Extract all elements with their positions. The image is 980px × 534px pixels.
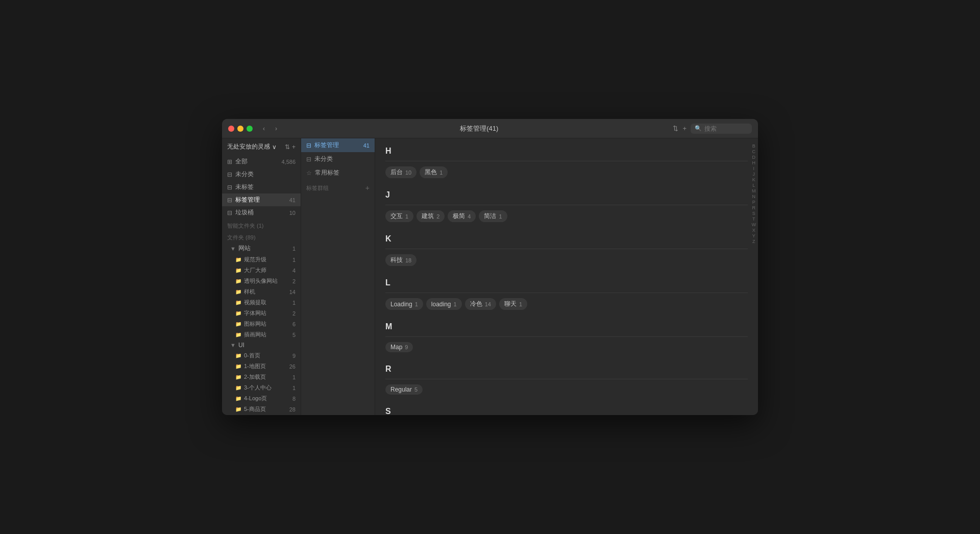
sidebar-child-shouye[interactable]: 📁 0-首页 9: [222, 350, 301, 361]
sidebar-child-yangji-count: 14: [289, 289, 296, 295]
tag-loading[interactable]: loading 1: [426, 298, 462, 310]
mid-panel-item-uncategorized[interactable]: ⊟ 未分类: [301, 152, 375, 166]
trash-icon: ⊟: [227, 209, 232, 216]
tag-section-L-tags: Loading 1 loading 1 冷色 14 聊天: [385, 298, 748, 310]
alpha-W[interactable]: W: [752, 222, 756, 227]
add-button[interactable]: +: [682, 125, 687, 132]
sidebar-child-dengluye[interactable]: 📁 6-登录页 1: [222, 415, 301, 415]
mid-panel-item-common[interactable]: ☆ 常用标签: [301, 166, 375, 180]
alpha-J[interactable]: J: [752, 172, 756, 177]
sidebar-folder-website[interactable]: ▼ 网站 1: [222, 242, 301, 254]
tag-Map[interactable]: Map 9: [385, 342, 413, 352]
tag-Loading[interactable]: Loading 1: [385, 298, 423, 310]
alpha-M[interactable]: M: [752, 188, 756, 193]
mid-panel-add-button[interactable]: +: [365, 184, 370, 192]
alpha-L[interactable]: L: [752, 183, 756, 188]
tag-section-J: J 交互 1 建筑 2 极简 4: [385, 190, 748, 222]
sidebar-child-guifan[interactable]: 📁 规范升级 1: [222, 254, 301, 265]
alpha-I[interactable]: I: [752, 166, 756, 171]
back-button[interactable]: ‹: [259, 124, 269, 134]
workspace-sort-button[interactable]: ⇅: [285, 143, 290, 151]
sidebar-count-tag-manage: 41: [289, 197, 296, 203]
sidebar-child-jiazaiye[interactable]: 📁 2-加载页 1: [222, 372, 301, 382]
fullscreen-button[interactable]: [247, 126, 253, 132]
sidebar-child-shanpinye[interactable]: 📁 5-商品页 28: [222, 404, 301, 415]
tag-loading-name: loading: [431, 301, 451, 308]
tag-jianjie-name: 简洁: [484, 212, 496, 221]
alpha-B[interactable]: B: [752, 143, 756, 149]
sidebar-item-all[interactable]: ⊞ 全部 4,586: [222, 155, 301, 168]
tag-section-R-header: R: [385, 365, 748, 374]
sidebar-child-yangji[interactable]: 📁 样机 14: [222, 286, 301, 297]
sidebar-child-shanpinye-count: 28: [289, 406, 296, 412]
sidebar-child-gerenzhongxin-count: 1: [292, 385, 296, 391]
sidebar-child-jiazaiye-label: 2-加载页: [244, 373, 266, 381]
forward-button[interactable]: ›: [271, 124, 281, 134]
alpha-R[interactable]: R: [752, 205, 756, 210]
tag-liaotian[interactable]: 聊天 1: [499, 298, 527, 310]
folder-gerenzhongxin-icon: 📁: [235, 385, 241, 391]
search-input[interactable]: [704, 125, 750, 132]
alpha-X[interactable]: X: [752, 228, 756, 233]
tag-section-M-header: M: [385, 322, 748, 331]
tag-keji[interactable]: 科技 18: [385, 254, 416, 266]
sidebar-child-gerenzhongxin[interactable]: 📁 3-个人中心 1: [222, 382, 301, 393]
sidebar-child-toumingtouxiang[interactable]: 📁 透明头像网站 2: [222, 276, 301, 286]
folder-ui-icon: ▼: [230, 342, 236, 348]
mid-panel: ⊟ 标签管理 41 ⊟ 未分类 ☆ 常用标签 标签群组 +: [301, 138, 375, 415]
alpha-S[interactable]: S: [752, 211, 756, 216]
workspace-name[interactable]: 无处安放的灵感 ∨: [227, 142, 277, 151]
tag-keji-name: 科技: [390, 256, 403, 264]
alpha-T[interactable]: T: [752, 216, 756, 222]
workspace-add-button[interactable]: +: [292, 143, 296, 151]
sidebar-child-shouye-count: 9: [292, 353, 296, 359]
tag-Regular[interactable]: Regular 5: [385, 384, 423, 395]
tag-section-H-tags: 后台 10 黑色 1: [385, 166, 748, 178]
sidebar-item-tag-manage[interactable]: ⊟ 标签管理 41: [222, 193, 301, 206]
sidebar-child-dachang[interactable]: 📁 大厂大师 4: [222, 265, 301, 276]
tag-heise[interactable]: 黑色 1: [420, 166, 448, 178]
sidebar-folder-ui[interactable]: ▼ UI: [222, 340, 301, 350]
tag-section-L: L Loading 1 loading 1 冷色 14: [385, 278, 748, 310]
alpha-Z[interactable]: Z: [752, 239, 756, 244]
mid-tag-manage-count: 41: [363, 142, 370, 149]
titlebar: ‹ › 标签管理(41) ⇅ + 🔍: [222, 119, 758, 138]
sidebar-child-dituyuan[interactable]: 📁 1-地图页 26: [222, 361, 301, 372]
alpha-D[interactable]: D: [752, 155, 756, 160]
mid-uncategorized-label: 未分类: [314, 155, 333, 163]
tag-lengse-name: 冷色: [470, 300, 482, 308]
mid-common-icon: ☆: [306, 169, 312, 177]
sort-button[interactable]: ⇅: [673, 125, 678, 132]
alpha-H[interactable]: H: [752, 160, 756, 165]
sidebar-child-shipintichou[interactable]: 📁 视频提取 1: [222, 297, 301, 308]
sidebar-child-logoye-count: 8: [292, 396, 296, 402]
alpha-K[interactable]: K: [752, 177, 756, 182]
mid-panel-item-tag-manage[interactable]: ⊟ 标签管理 41: [301, 138, 375, 152]
close-button[interactable]: [228, 126, 234, 132]
tag-jijian[interactable]: 极简 4: [448, 210, 476, 222]
tag-section-M-tags: Map 9: [385, 342, 748, 352]
alpha-N[interactable]: N: [752, 194, 756, 199]
alpha-C[interactable]: C: [752, 149, 756, 154]
sidebar-item-uncategorized[interactable]: ⊟ 未分类: [222, 168, 301, 181]
sidebar-child-guifan-label: 规范升级: [244, 256, 266, 263]
folder-zitiwangzhan-icon: 📁: [235, 310, 241, 316]
sidebar-item-trash[interactable]: ⊟ 垃圾桶 10: [222, 206, 301, 219]
alpha-Y[interactable]: Y: [752, 233, 756, 238]
tag-jiaohu[interactable]: 交互 1: [385, 210, 413, 222]
sidebar-item-untagged[interactable]: ⊟ 未标签: [222, 181, 301, 193]
tag-jianjie[interactable]: 简洁 1: [479, 210, 507, 222]
mid-section-label-text: 标签群组: [306, 184, 329, 192]
sidebar-child-shipintichou-label: 视频提取: [244, 299, 266, 306]
sidebar-child-zitiwangzhan[interactable]: 📁 字体网站 2: [222, 308, 301, 319]
minimize-button[interactable]: [237, 126, 243, 132]
tag-jianzhu[interactable]: 建筑 2: [416, 210, 445, 222]
tag-lengse[interactable]: 冷色 14: [465, 298, 496, 310]
sidebar-child-chahuawz[interactable]: 📁 插画网站 5: [222, 329, 301, 340]
titlebar-search[interactable]: 🔍: [691, 124, 752, 134]
sidebar-child-toumingtouxiang-label: 透明头像网站: [244, 277, 278, 285]
alpha-P[interactable]: P: [752, 200, 756, 205]
sidebar-child-logoye[interactable]: 📁 4-Logo页 8: [222, 393, 301, 404]
tag-houtai[interactable]: 后台 10: [385, 166, 416, 178]
sidebar-child-tubiaowz[interactable]: 📁 图标网站 6: [222, 319, 301, 329]
